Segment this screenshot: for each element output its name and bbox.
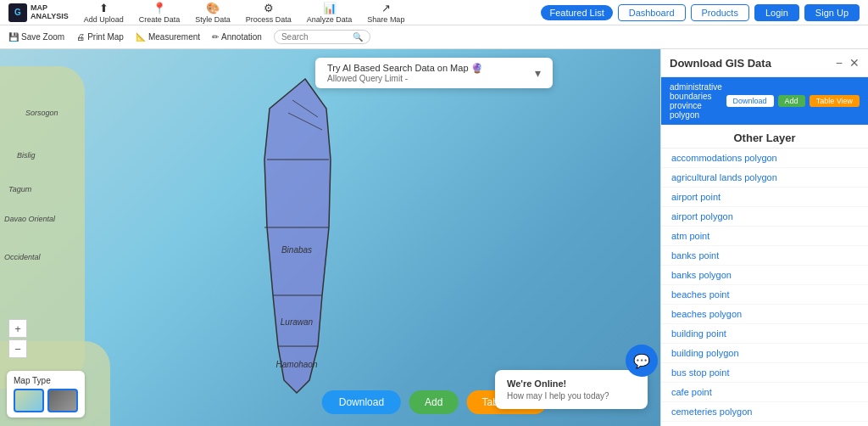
featured-layer-row: administrative boundaries province polyg…	[661, 77, 868, 125]
print-map-label: Print Map	[87, 32, 124, 42]
dashboard-button[interactable]: Dashboard	[618, 4, 686, 21]
layer-item[interactable]: atm point	[661, 227, 868, 246]
download-button[interactable]: Download	[322, 390, 401, 414]
layer-item[interactable]: airport point	[661, 188, 868, 207]
share-map-label: Share Map	[367, 15, 404, 24]
nav-item-style-data[interactable]: 🎨 Style Data	[195, 2, 231, 24]
chat-title: We're Online!	[507, 378, 636, 389]
add-button[interactable]: Add	[409, 390, 458, 414]
layer-item[interactable]: building polygon	[661, 344, 868, 363]
layer-item[interactable]: cafe point	[661, 383, 868, 402]
chat-widget: We're Online! How may I help you today?	[495, 370, 648, 409]
print-icon: 🖨	[76, 32, 85, 42]
chat-subtitle: How may I help you today?	[507, 391, 636, 401]
share-map-icon: ↗	[381, 2, 391, 14]
map-thumb-street[interactable]	[14, 389, 44, 412]
top-nav: G MAP ANALYSIS ⬆ Add Upload 📍 Create Dat…	[0, 0, 868, 25]
featured-download-button[interactable]: Download	[726, 95, 774, 107]
layer-item[interactable]: beaches point	[661, 285, 868, 305]
nav-item-process-data[interactable]: ⚙ Process Data	[246, 2, 292, 24]
panel-header: Download GIS Data − ✕	[661, 49, 868, 77]
featured-list-button[interactable]: Featured List	[541, 5, 612, 20]
create-data-label: Create Data	[139, 15, 181, 24]
nav-logo[interactable]: G MAP ANALYSIS	[8, 3, 69, 22]
layer-item[interactable]: agricultural lands polygon	[661, 168, 868, 188]
map-controls: + −	[8, 319, 27, 358]
nav-item-share-map[interactable]: ↗ Share Map	[367, 2, 404, 24]
layer-item[interactable]: banks point	[661, 246, 868, 266]
annotation-tool[interactable]: ✏ Annotation	[212, 32, 262, 42]
close-panel-icon[interactable]: ✕	[849, 56, 860, 70]
zoom-in-button[interactable]: +	[8, 319, 27, 338]
nav-left: G MAP ANALYSIS ⬆ Add Upload 📍 Create Dat…	[8, 2, 404, 24]
logo-g: G	[14, 8, 21, 17]
layer-item[interactable]: bus stop point	[661, 363, 868, 383]
login-button[interactable]: Login	[754, 4, 799, 21]
layer-item[interactable]: banks polygon	[661, 266, 868, 285]
print-map-tool[interactable]: 🖨 Print Map	[76, 32, 124, 42]
process-data-icon: ⚙	[264, 2, 274, 14]
add-upload-icon: ⬆	[99, 2, 108, 14]
map-label-occidental: Occidental	[4, 253, 41, 261]
ai-search-line2: Allowed Query Limit -	[327, 74, 526, 83]
analyze-data-icon: 📊	[323, 2, 337, 14]
add-upload-label: Add Upload	[84, 15, 124, 24]
map-label-bislig: Bislig	[17, 151, 36, 160]
annotation-icon: ✏	[212, 32, 219, 42]
nav-right: Featured List Dashboard Products Login S…	[541, 4, 860, 21]
zoom-out-button[interactable]: −	[8, 339, 27, 358]
signup-button[interactable]: Sign Up	[804, 4, 860, 21]
svg-text:Binabas: Binabas	[281, 245, 312, 255]
featured-add-button[interactable]: Add	[778, 95, 805, 107]
panel-header-icons: − ✕	[836, 56, 860, 70]
products-button[interactable]: Products	[691, 4, 749, 21]
map-label-sorsogon: Sorsogon	[25, 109, 58, 117]
save-zoom-tool[interactable]: 💾 Save Zoom	[8, 32, 64, 42]
chat-bubble-icon: 💬	[633, 353, 650, 369]
measurement-tool[interactable]: 📐 Measurement	[136, 32, 200, 42]
chat-bubble-button[interactable]: 💬	[626, 345, 658, 377]
svg-text:Hamohaon: Hamohaon	[276, 360, 318, 369]
analyze-data-label: Analyze Data	[307, 15, 353, 24]
map-polygon: Binabas Lurawan Hamohaon	[254, 75, 356, 406]
layer-item[interactable]: clothing and shoes point	[661, 422, 868, 426]
panel-title: Download GIS Data	[670, 57, 771, 70]
layer-item[interactable]: airport polygon	[661, 207, 868, 227]
process-data-label: Process Data	[246, 15, 292, 24]
featured-table-button[interactable]: Table View	[810, 95, 860, 107]
chevron-down-icon[interactable]: ▾	[535, 66, 541, 80]
map-thumb-satellite[interactable]	[47, 389, 78, 412]
logo-text: MAP ANALYSIS	[31, 4, 69, 21]
measurement-icon: 📐	[136, 32, 146, 42]
layer-item[interactable]: cemeteries polygon	[661, 402, 868, 422]
create-data-icon: 📍	[153, 2, 166, 14]
map-label-davao: Davao Oriental	[4, 215, 55, 223]
svg-text:Lurawan: Lurawan	[281, 317, 314, 327]
save-zoom-icon: 💾	[8, 32, 19, 42]
logo-icon: G	[8, 3, 27, 22]
featured-layer-buttons: Download Add Table View	[726, 95, 860, 107]
toolbar: 💾 Save Zoom 🖨 Print Map 📐 Measurement ✏ …	[0, 25, 868, 49]
map-label-tagum: Tagum	[8, 185, 31, 193]
ai-search-bar[interactable]: Try AI Based Search Data on Map 🔮 Allowe…	[315, 58, 553, 88]
featured-layer-name: administrative boundaries province polyg…	[670, 82, 726, 120]
layer-list[interactable]: accommodations polygonagricultural lands…	[661, 149, 868, 426]
right-panel: Download GIS Data − ✕ administrative bou…	[660, 49, 868, 426]
search-input[interactable]	[281, 32, 349, 42]
map-type-label: Map Type	[14, 376, 78, 385]
style-data-icon: 🎨	[206, 2, 220, 14]
search-icon: 🔍	[353, 32, 363, 42]
layer-item[interactable]: building point	[661, 324, 868, 344]
map-thumbs	[14, 389, 78, 412]
layer-item[interactable]: beaches polygon	[661, 305, 868, 324]
annotation-label: Annotation	[221, 32, 262, 42]
nav-item-analyze-data[interactable]: 📊 Analyze Data	[307, 2, 353, 24]
ai-search-line1: Try AI Based Search Data on Map 🔮	[327, 63, 526, 74]
nav-item-create-data[interactable]: 📍 Create Data	[139, 2, 181, 24]
search-box[interactable]: 🔍	[274, 30, 370, 44]
other-layer-title: Other Layer	[661, 125, 868, 149]
nav-item-add-upload[interactable]: ⬆ Add Upload	[84, 2, 124, 24]
minimize-panel-icon[interactable]: −	[836, 56, 843, 70]
layer-item[interactable]: accommodations polygon	[661, 149, 868, 168]
save-zoom-label: Save Zoom	[21, 32, 64, 42]
